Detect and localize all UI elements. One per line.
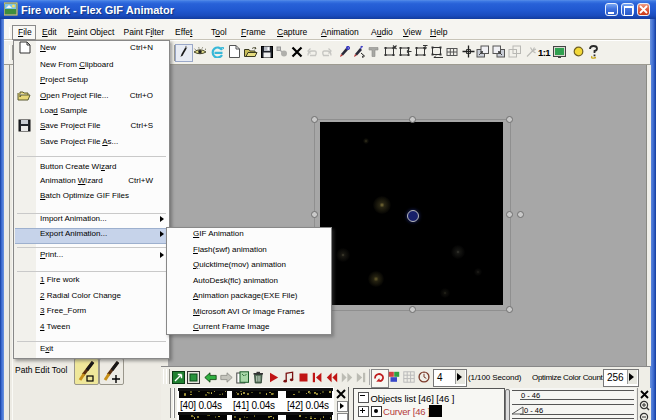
svg-text:1:1: 1:1 [538, 47, 551, 57]
